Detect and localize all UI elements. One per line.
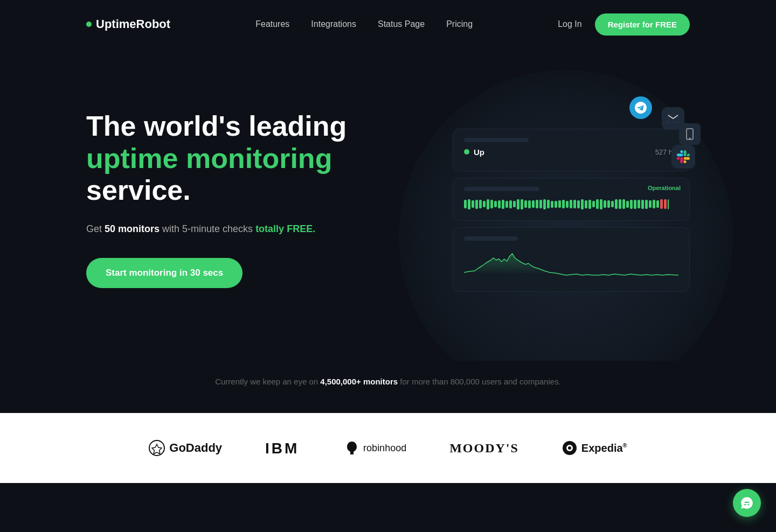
hero-title: The world's leading uptime monitoring se… bbox=[86, 110, 377, 207]
logo-godaddy: GoDaddy bbox=[149, 440, 222, 456]
chat-widget[interactable] bbox=[733, 489, 761, 517]
telegram-notification-icon bbox=[629, 96, 652, 119]
svg-point-8 bbox=[568, 446, 571, 450]
logo-robinhood: robinhood bbox=[346, 440, 406, 456]
nav-features[interactable]: Features bbox=[255, 19, 289, 29]
hero-section: The world's leading uptime monitoring se… bbox=[0, 48, 776, 361]
operational-label: Operational bbox=[648, 185, 681, 191]
hero-cta-button[interactable]: Start monitoring in 30 secs bbox=[86, 258, 242, 288]
nav-status-page[interactable]: Status Page bbox=[378, 19, 425, 29]
hero-subtitle: Get 50 monitors with 5-minute checks tot… bbox=[86, 222, 377, 236]
logo-text: UptimeRobot bbox=[96, 17, 170, 31]
slack-notification-icon bbox=[671, 145, 695, 169]
hero-left: The world's leading uptime monitoring se… bbox=[86, 110, 377, 288]
robinhood-text: robinhood bbox=[363, 443, 406, 454]
monitor-status-card: Up 527 hrs bbox=[453, 129, 690, 171]
navbar: UptimeRobot Features Integrations Status… bbox=[0, 0, 776, 48]
logo[interactable]: UptimeRobot bbox=[86, 17, 170, 31]
bars-container bbox=[464, 199, 669, 209]
godaddy-text: GoDaddy bbox=[169, 441, 222, 455]
status-dot-icon bbox=[464, 149, 469, 155]
nav-right: Log In Register for FREE bbox=[558, 13, 690, 36]
uptime-bars-card: Operational bbox=[453, 178, 690, 221]
register-button[interactable]: Register for FREE bbox=[595, 13, 690, 36]
uptime-bars-label bbox=[464, 187, 539, 191]
nav-pricing[interactable]: Pricing bbox=[446, 19, 473, 29]
response-time-chart bbox=[464, 248, 678, 281]
uptime-bars-visual bbox=[464, 198, 678, 209]
login-link[interactable]: Log In bbox=[558, 19, 581, 29]
logo-ibm: IBM bbox=[265, 440, 303, 456]
monitor-status-indicator: Up bbox=[464, 148, 484, 157]
monitor-card-top: Up 527 hrs bbox=[464, 148, 678, 157]
stats-bar: Currently we keep an eye on 4,500,000+ m… bbox=[0, 361, 776, 413]
expedia-text: Expedia® bbox=[581, 442, 627, 454]
monitor-bar-label bbox=[464, 138, 529, 142]
logo-expedia: Expedia® bbox=[562, 440, 627, 456]
svg-text:IBM: IBM bbox=[265, 440, 299, 456]
svg-rect-3 bbox=[689, 138, 691, 139]
response-time-card bbox=[453, 227, 690, 292]
chart-title-bar bbox=[464, 236, 518, 241]
mobile-notification-icon bbox=[679, 123, 701, 145]
moodys-text: MOODY'S bbox=[449, 441, 519, 456]
logo-dot-icon bbox=[86, 22, 92, 27]
logo-moodys: MOODY'S bbox=[449, 441, 519, 456]
logos-section: GoDaddy IBM robinhood MOODY'S Expedia® bbox=[0, 413, 776, 483]
hero-visual: Up 527 hrs Operational bbox=[453, 129, 690, 292]
nav-links: Features Integrations Status Page Pricin… bbox=[255, 19, 473, 29]
nav-integrations[interactable]: Integrations bbox=[311, 19, 356, 29]
